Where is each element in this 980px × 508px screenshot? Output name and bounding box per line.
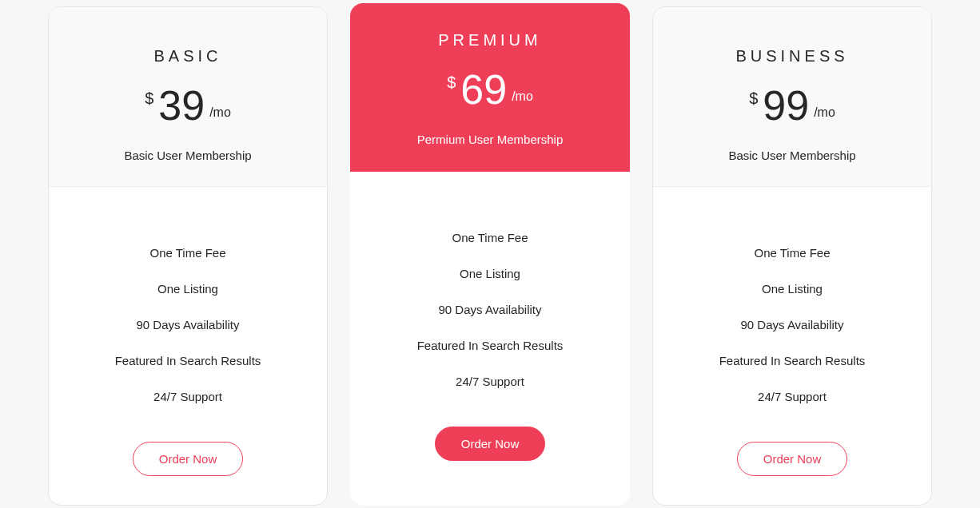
order-now-button[interactable]: Order Now <box>737 442 848 476</box>
feature-item: Featured In Search Results <box>115 343 261 379</box>
plan-title: BASIC <box>65 47 311 65</box>
currency-symbol: $ <box>145 89 153 108</box>
feature-item: 90 Days Availability <box>719 307 866 343</box>
price-amount: 99 <box>763 85 809 126</box>
price-amount: 69 <box>460 69 507 110</box>
pricing-card-premium: PREMIUM $ 69 /mo Permium User Membership… <box>350 3 630 506</box>
price-period: /mo <box>814 105 835 120</box>
currency-symbol: $ <box>447 73 456 92</box>
price-amount: 39 <box>158 85 205 126</box>
feature-item: Featured In Search Results <box>417 327 564 363</box>
currency-symbol: $ <box>749 89 758 108</box>
feature-list: One Time Fee One Listing 90 Days Availab… <box>719 235 866 415</box>
feature-list: One Time Fee One Listing 90 Days Availab… <box>417 220 564 399</box>
card-body: One Time Fee One Listing 90 Days Availab… <box>49 187 327 505</box>
feature-item: One Time Fee <box>417 220 564 256</box>
pricing-card-business: BUSINESS $ 99 /mo Basic User Membership … <box>652 6 932 506</box>
feature-item: 90 Days Availability <box>417 292 564 327</box>
plan-title: BUSINESS <box>669 47 915 65</box>
card-header-basic: BASIC $ 39 /mo Basic User Membership <box>49 7 327 187</box>
plan-subtitle: Permium User Membership <box>366 133 614 146</box>
price-period: /mo <box>209 105 231 120</box>
feature-item: One Time Fee <box>719 235 866 271</box>
feature-item: 24/7 Support <box>115 379 261 415</box>
feature-item: 24/7 Support <box>719 379 866 415</box>
plan-subtitle: Basic User Membership <box>669 149 915 162</box>
card-header-business: BUSINESS $ 99 /mo Basic User Membership <box>653 7 931 187</box>
pricing-container: BASIC $ 39 /mo Basic User Membership One… <box>0 0 980 508</box>
feature-item: One Time Fee <box>115 235 261 271</box>
feature-item: One Listing <box>719 271 866 307</box>
card-header-premium: PREMIUM $ 69 /mo Permium User Membership <box>350 3 630 172</box>
feature-item: 24/7 Support <box>417 363 564 399</box>
feature-item: 90 Days Availability <box>115 307 261 343</box>
feature-list: One Time Fee One Listing 90 Days Availab… <box>115 235 261 415</box>
price-period: /mo <box>512 89 533 104</box>
price-row: $ 69 /mo <box>366 69 614 110</box>
feature-item: One Listing <box>417 256 564 292</box>
price-row: $ 39 /mo <box>65 85 311 126</box>
card-body: One Time Fee One Listing 90 Days Availab… <box>350 172 630 506</box>
plan-subtitle: Basic User Membership <box>65 149 311 162</box>
feature-item: Featured In Search Results <box>719 343 866 379</box>
order-now-button[interactable]: Order Now <box>435 427 546 461</box>
card-body: One Time Fee One Listing 90 Days Availab… <box>653 187 931 505</box>
price-row: $ 99 /mo <box>669 85 915 126</box>
pricing-card-basic: BASIC $ 39 /mo Basic User Membership One… <box>48 6 328 506</box>
order-now-button[interactable]: Order Now <box>133 442 244 476</box>
plan-title: PREMIUM <box>366 31 614 50</box>
feature-item: One Listing <box>115 271 261 307</box>
